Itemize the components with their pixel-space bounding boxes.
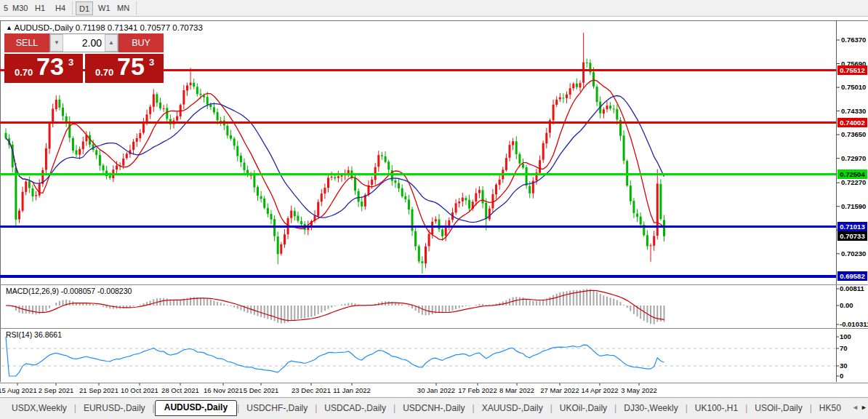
date-axis-label: 11 Jan 2022: [333, 386, 371, 394]
sell-button[interactable]: SELL: [4, 33, 49, 52]
date-axis-label: 23 Dec 2021: [292, 386, 331, 394]
price-axis-tick: 0.76370: [841, 36, 866, 44]
tab-hk50[interactable]: HK50: [812, 402, 848, 415]
level-price-badge: 0.74002: [837, 118, 867, 127]
rsi-axis-label: 70: [840, 344, 848, 352]
price-axis-tick: 0.73650: [841, 130, 866, 138]
rsi-axis-label: 30: [840, 362, 848, 370]
level-price-badge: 0.72504: [837, 169, 867, 179]
price-axis-tick: 0.70230: [841, 250, 866, 258]
tab-usdx-weekly[interactable]: USDX,Weekly: [4, 402, 74, 415]
price-axis-tick: 0.72970: [841, 154, 866, 162]
level-price-badge: 0.71013: [837, 222, 867, 231]
current-price-badge: 0.70733: [837, 231, 867, 241]
level-price-badge: 0.75512: [837, 65, 867, 75]
symbol-marker-icon: ▲: [6, 24, 12, 31]
price-axis-tick: 0.71590: [841, 202, 866, 210]
date-axis-label: 15 Aug 2021: [0, 386, 37, 394]
date-axis-label: 21 Sep 2021: [79, 386, 118, 394]
macd-axis-label: 0.00: [840, 301, 853, 309]
rsi-axis-label: 100: [840, 332, 851, 340]
buy-price-big: 75: [117, 52, 145, 81]
rsi-indicator-label: RSI(14) 36.8661: [6, 330, 62, 339]
volume-decrease-button[interactable]: ▼: [50, 34, 63, 52]
rsi-panel-separator: [0, 328, 868, 329]
date-axis-label: 5 Dec 2021: [244, 386, 279, 394]
date-axis-label: 3 May 2022: [621, 386, 657, 394]
date-axis-label: 30 Jan 2022: [417, 386, 455, 394]
trading-platform-window: 5M30H1H4D1W1MN ▲ AUDUSD-,Daily 0.71198 0…: [0, 0, 868, 419]
date-axis-label: 17 Feb 2022: [458, 386, 497, 394]
sell-price-pip: 3: [68, 57, 73, 68]
tab-usdcad-daily[interactable]: USDCAD-,Daily: [317, 402, 393, 415]
chart-ohlc-values: 0.71198 0.71341 0.70577 0.70733: [76, 23, 203, 32]
one-click-trade-panel: SELL ▼ ▲ BUY 0.70 73 3 0.70 75 3: [4, 33, 164, 83]
macd-axis-label: -0.010311: [840, 320, 868, 328]
macd-panel-separator: [0, 284, 868, 285]
horizontal-level-line[interactable]: [0, 226, 836, 228]
tab-ukoil-daily[interactable]: UKOil-,Daily: [552, 402, 614, 415]
tab-audusd-daily[interactable]: AUDUSD-,Daily: [155, 400, 237, 416]
price-axis-tick: 0.75010: [841, 83, 866, 91]
date-axis-label: 27 Mar 2022: [540, 386, 579, 394]
tab-dj30-weekly[interactable]: DJ30-,Weekly: [616, 402, 685, 415]
date-axis-separator: [0, 383, 868, 383]
buy-button[interactable]: BUY: [118, 33, 164, 52]
symbol-tabbar: USDX,Weekly|EURUSD-,Daily|AUDUSD-,Daily|…: [0, 397, 868, 419]
sell-price-prefix: 0.70: [15, 67, 33, 78]
sell-price-tile[interactable]: 0.70 73 3: [4, 54, 83, 83]
tab-usdcnh-daily[interactable]: USDCNH-,Daily: [395, 402, 472, 415]
buy-price-tile[interactable]: 0.70 75 3: [85, 54, 164, 83]
tabs-scroll-right-icon[interactable]: ►: [861, 404, 867, 411]
level-price-badge: 0.69582: [837, 271, 867, 281]
date-axis-label: 14 Apr 2022: [581, 386, 618, 394]
horizontal-level-line[interactable]: [0, 275, 836, 278]
horizontal-level-line[interactable]: [0, 121, 836, 124]
sell-price-big: 73: [36, 52, 64, 81]
volume-increase-button[interactable]: ▲: [105, 34, 118, 52]
date-axis-label: 2 Sep 2021: [39, 386, 74, 394]
tab-uk100-h1[interactable]: UK100-,H1: [688, 402, 745, 415]
macd-axis-label: 0.00811: [840, 284, 864, 292]
tab-usoil-daily[interactable]: USOil-,Daily: [747, 402, 809, 415]
macd-indicator-label: MACD(12,26,9) -0.008057 -0.008230: [6, 287, 132, 295]
date-axis-label: 8 Mar 2022: [499, 386, 534, 394]
date-axis-label: 28 Oct 2021: [161, 386, 199, 394]
rsi-axis-label: 0: [840, 372, 843, 380]
date-axis-label: 10 Oct 2021: [121, 386, 158, 394]
volume-input[interactable]: [63, 34, 105, 52]
price-axis-tick: 0.74330: [841, 107, 866, 115]
chart-symbol-label: AUDUSD-,Daily: [14, 23, 73, 32]
chart-ohlc-header: ▲ AUDUSD-,Daily 0.71198 0.71341 0.70577 …: [6, 23, 203, 32]
chart-top-border: [0, 20, 868, 21]
tabs-scroll-left-icon[interactable]: ◄: [852, 404, 859, 411]
tab-xauusd-daily[interactable]: XAUUSD-,Daily: [475, 402, 550, 415]
buy-price-pip: 3: [149, 57, 154, 68]
horizontal-level-line[interactable]: [0, 173, 836, 175]
price-axis-tick: 0.72270: [841, 178, 866, 186]
tab-eurusd-daily[interactable]: EURUSD-,Daily: [76, 402, 153, 415]
buy-price-prefix: 0.70: [95, 67, 113, 78]
date-axis-label: 16 Nov 2021: [204, 386, 243, 394]
volume-box: ▼ ▲: [49, 33, 118, 52]
tab-usdchf-daily[interactable]: USDCHF-,Daily: [239, 402, 315, 415]
